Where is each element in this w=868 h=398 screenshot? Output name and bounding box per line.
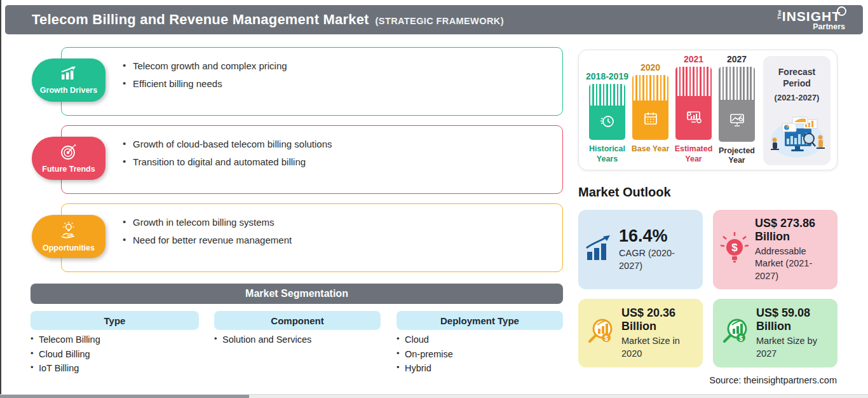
market-outlook-title: Market Outlook (578, 185, 671, 200)
list-item: Cloud Billing (31, 349, 100, 359)
bar-caption: Historical Years (584, 144, 631, 166)
market-segmentation-title: Market Segmentation (245, 288, 348, 299)
scrollbar-thumb[interactable] (0, 395, 249, 398)
list-item: Hybrid (397, 363, 453, 373)
list-item: Growth of cloud-based telecom billing so… (123, 139, 550, 149)
card-text: US$ 20.36 Billion Market Size in 2020 (621, 306, 695, 360)
logo-top-row: The INSIGHT (776, 9, 846, 24)
future-trends-list: Growth of cloud-based telecom billing so… (62, 126, 562, 167)
opportunities-box: Growth in telecom billing systems Need f… (61, 203, 563, 272)
year-label: 2018-2019 (586, 71, 628, 81)
market-size-2027-value: US$ 59.08 Billion (756, 306, 830, 334)
market-segmentation-bar: Market Segmentation (31, 284, 563, 304)
bar-body (589, 84, 625, 140)
growth-chart-icon (59, 66, 78, 84)
header-title-wrap: Telecom Billing and Revenue Management M… (32, 11, 776, 28)
svg-text:$: $ (604, 335, 608, 342)
list-item: Solution and Services (214, 334, 311, 345)
list-item: Need for better revenue management (123, 235, 550, 245)
year-label: 2021 (684, 54, 703, 64)
bar-solid (675, 96, 712, 140)
timeline-bar-estimated: 2021 (675, 54, 712, 166)
addressable-market-value: US$ 273.86 Billion (755, 217, 830, 244)
badge-label: Future Trends (42, 165, 95, 174)
year-label: 2020 (641, 62, 660, 72)
svg-text:$: $ (731, 242, 738, 254)
window-left-edge (0, 0, 1, 394)
bar-solid (589, 106, 625, 140)
market-size-2020-value: US$ 20.36 Billion (621, 306, 695, 334)
bar-stripe-cap (719, 67, 755, 100)
badge-label: Opportunities (43, 244, 95, 252)
card-text: US$ 273.86 Billion Addressable Market (2… (755, 217, 830, 283)
calendar-icon (642, 111, 659, 130)
bar-body (632, 75, 668, 140)
segment-header-type: Type (31, 311, 199, 330)
future-trends-box: Growth of cloud-based telecom billing so… (61, 125, 563, 194)
market-size-2027-label: Market Size by 2027 (756, 335, 830, 360)
growth-drivers-list: Telecom growth and complex pricing Effic… (62, 48, 562, 89)
forecast-range: (2021-2027) (775, 93, 820, 102)
type-items-list: Telecom Billing Cloud Billing IoT Billin… (31, 334, 100, 378)
list-item: On-premise (397, 349, 453, 359)
timeline-card: 2018-2019 (578, 50, 837, 170)
bar-body (675, 67, 712, 140)
bar-stripe-cap (632, 75, 668, 100)
bar-caption: Base Year (627, 144, 674, 166)
dollar-lightbulb-icon: $ (719, 232, 750, 268)
page-subtitle: (STRATEGIC FRAMEWORK) (376, 16, 504, 26)
future-trends-badge: Future Trends (32, 137, 105, 180)
timeline-bar-historical: 2018-2019 (589, 54, 625, 166)
opportunities-badge: Opportunities (32, 215, 105, 258)
cagr-label: CAGR (2020-2027) (619, 247, 695, 272)
projection-screen-icon (728, 111, 746, 130)
cagr-value: 16.4% (619, 226, 695, 246)
timeline-bar-base: 2020 (632, 54, 668, 166)
history-clock-icon (599, 113, 616, 132)
card-text: US$ 59.08 Billion Market Size by 2027 (756, 306, 830, 360)
infographic-page: Telecom Billing and Revenue Management M… (0, 0, 868, 398)
growth-drivers-badge: Growth Drivers (32, 58, 105, 102)
list-item: Telecom growth and complex pricing (123, 60, 550, 71)
source-attribution: Source: theinsightpartners.com (709, 375, 837, 385)
list-item: Telecom Billing (31, 334, 100, 345)
growth-arrow-chart-icon (585, 235, 614, 264)
target-dart-icon (60, 144, 78, 163)
badge-label: Growth Drivers (40, 86, 97, 95)
list-item: Transition to digital and automated bill… (123, 156, 550, 167)
list-item: IoT Billing (31, 363, 100, 373)
addressable-market-card: $ US$ 273.86 Billion Addressable Market … (713, 210, 837, 289)
list-item: Growth in telecom billing systems (123, 217, 550, 228)
bar-stripe-cap (589, 84, 625, 106)
market-size-2020-label: Market Size in 2020 (621, 335, 695, 360)
segment-header-deployment-type: Deployment Type (397, 311, 563, 330)
header-bar: Telecom Billing and Revenue Management M… (5, 5, 863, 34)
hand-lightbulb-icon (59, 221, 78, 242)
market-size-2027-card: $ US$ 59.08 Billion Market Size by 2027 (713, 299, 837, 367)
component-items-list: Solution and Services (214, 334, 311, 349)
segment-header-component: Component (214, 311, 381, 330)
bar-solid (632, 100, 668, 140)
cagr-card: 16.4% CAGR (2020-2027) (578, 210, 703, 289)
list-item: Efficient billing needs (123, 78, 550, 89)
timeline-bars: 2018-2019 (589, 54, 755, 166)
magnifier-bar-chart-icon: $ (719, 316, 751, 350)
addressable-market-label: Addressable Market (2021-2027) (755, 245, 830, 283)
forecast-label-line1: Forecast (778, 66, 815, 78)
analytics-illustration (767, 113, 827, 161)
bar-caption: Projected Year (714, 146, 761, 166)
forecast-period-panel: Forecast Period (2021-2027) (763, 56, 831, 165)
card-text: 16.4% CAGR (2020-2027) (619, 226, 695, 272)
year-label: 2027 (727, 54, 747, 64)
magnifier-bar-chart-icon: $ (585, 316, 616, 350)
forecast-label-line2: Period (783, 78, 811, 89)
growth-drivers-box: Telecom growth and complex pricing Effic… (61, 47, 563, 116)
svg-text:$: $ (739, 335, 743, 342)
timeline-bar-projected: 2027 (719, 54, 755, 166)
deployment-items-list: Cloud On-premise Hybrid (397, 334, 453, 378)
monitor-gear-chart-icon (685, 109, 703, 128)
horizontal-scrollbar[interactable] (0, 394, 868, 398)
page-title: Telecom Billing and Revenue Management M… (32, 11, 369, 28)
opportunities-list: Growth in telecom billing systems Need f… (62, 204, 562, 245)
insight-partners-logo: The INSIGHT Partners (776, 9, 846, 31)
